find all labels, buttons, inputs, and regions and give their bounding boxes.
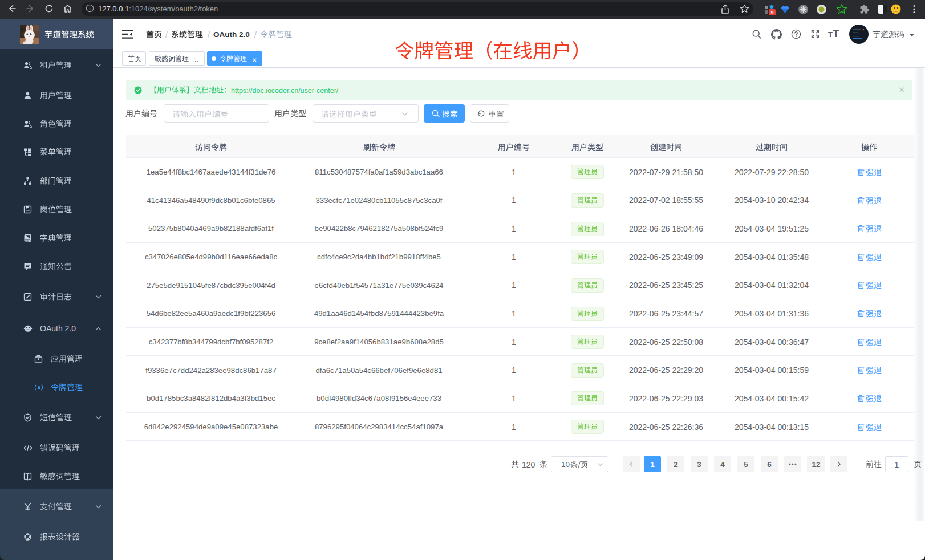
svg-text:a: a <box>38 384 40 390</box>
svg-text:9: 9 <box>771 10 774 15</box>
